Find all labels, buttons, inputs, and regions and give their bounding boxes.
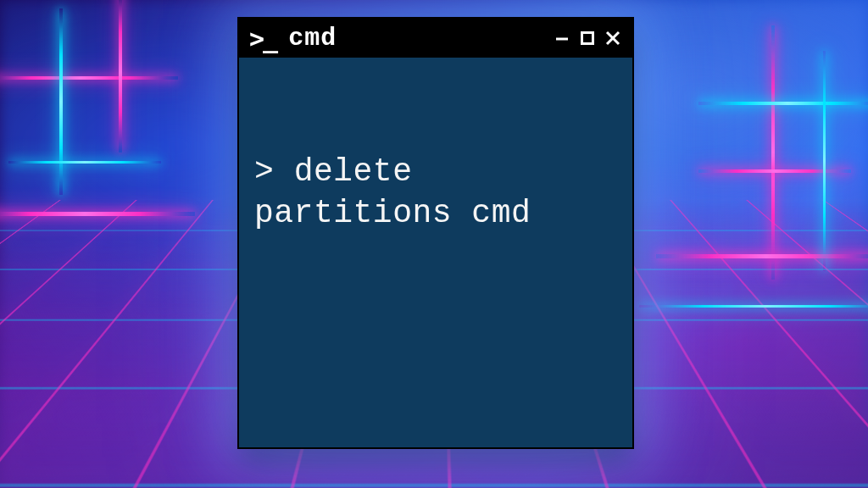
terminal-prompt-icon: >_ <box>249 24 276 53</box>
window-controls <box>551 27 624 49</box>
svg-rect-1 <box>582 33 593 44</box>
neon-line <box>698 169 851 173</box>
terminal-command-line: > delete partitions cmd <box>254 152 617 234</box>
window-titlebar[interactable]: >_ cmd <box>239 19 632 58</box>
neon-line <box>119 0 122 152</box>
neon-line <box>771 25 775 280</box>
neon-line <box>823 51 826 271</box>
prompt-symbol: > <box>254 153 274 190</box>
terminal-body[interactable]: > delete partitions cmd <box>239 58 632 447</box>
neon-line <box>0 76 178 80</box>
neon-line <box>656 254 868 258</box>
window-title: cmd <box>288 24 539 53</box>
neon-line <box>698 102 868 105</box>
close-icon <box>604 30 621 47</box>
neon-line <box>0 212 195 216</box>
terminal-window: >_ cmd > delete partitions cmd <box>237 17 634 449</box>
minimize-button[interactable] <box>551 27 573 49</box>
maximize-button[interactable] <box>576 27 598 49</box>
neon-line <box>59 8 63 195</box>
neon-line <box>8 161 161 164</box>
neon-line <box>639 305 868 308</box>
maximize-icon <box>579 30 596 47</box>
terminal-command-text: delete partitions cmd <box>254 153 531 231</box>
minimize-icon <box>554 30 570 47</box>
close-button[interactable] <box>602 27 624 49</box>
